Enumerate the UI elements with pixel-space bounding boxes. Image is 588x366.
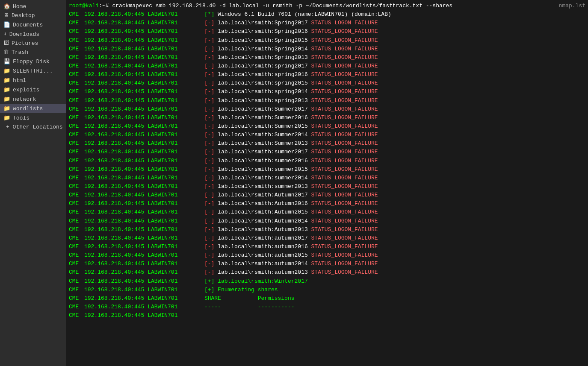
credential: lab.local\rsmith:Spring2014 bbox=[218, 45, 308, 53]
spacer bbox=[177, 217, 204, 225]
spacer bbox=[144, 286, 148, 294]
sidebar-item-home[interactable]: 🏠Home bbox=[0, 2, 66, 11]
status-indicator: [+] bbox=[204, 286, 218, 294]
ip-address: 192.168.218.40:445 bbox=[84, 225, 144, 234]
terminal-line: CME 192.168.218.40:445 LABWIN701 [-] lab… bbox=[69, 131, 585, 139]
spacer bbox=[177, 27, 204, 36]
spacer bbox=[144, 62, 148, 70]
spacer bbox=[144, 199, 148, 208]
sidebar-item-tools[interactable]: 📁Tools bbox=[0, 113, 66, 123]
ip-address: 192.168.218.40:445 bbox=[84, 148, 144, 156]
sidebar-item-trash[interactable]: 🗑Trash bbox=[0, 48, 66, 57]
sidebar-item-html[interactable]: 📁html bbox=[0, 76, 66, 85]
status-indicator: [-] bbox=[204, 234, 218, 243]
status-indicator: [-] bbox=[204, 105, 218, 114]
terminal-line: CME 192.168.218.40:445 LABWIN701 [-] lab… bbox=[69, 225, 585, 234]
terminal-line: CME 192.168.218.40:445 LABWIN701 [-] lab… bbox=[69, 174, 585, 182]
file-manager-sidebar: 🏠Home🖥Desktop📄Documents⬇Downloads🖼Pictur… bbox=[0, 0, 66, 366]
sidebar-item-silenttri---[interactable]: 📁SILENTTRI... bbox=[0, 66, 66, 76]
spacer bbox=[144, 217, 148, 225]
spacer bbox=[144, 165, 148, 174]
spacer bbox=[177, 70, 204, 79]
spacer bbox=[144, 311, 148, 320]
hostname: LABWIN701 bbox=[148, 97, 177, 105]
spacer bbox=[177, 277, 204, 286]
dashes: ----- ----------- bbox=[204, 303, 295, 311]
cme-label: CME bbox=[69, 303, 84, 311]
status-indicator: [-] bbox=[204, 122, 218, 131]
status-fail: STATUS_LOGON_FAILURE bbox=[308, 260, 378, 268]
status-indicator: [-] bbox=[204, 243, 218, 251]
terminal-line: CME 192.168.218.40:445 LABWIN701 [-] lab… bbox=[69, 217, 585, 225]
spacer bbox=[177, 131, 204, 139]
cme-label: CME bbox=[69, 62, 84, 70]
status-indicator: [-] bbox=[204, 131, 218, 139]
hostname: LABWIN701 bbox=[148, 182, 177, 191]
ip-address: 192.168.218.40:445 bbox=[84, 303, 144, 311]
sidebar-item-desktop[interactable]: 🖥Desktop bbox=[0, 11, 66, 20]
terminal-line: CME 192.168.218.40:445 LABWIN701 [-] lab… bbox=[69, 148, 585, 156]
hostname: LABWIN701 bbox=[148, 311, 177, 320]
status-fail: STATUS_LOGON_FAILURE bbox=[308, 165, 378, 174]
status-fail: STATUS_LOGON_FAILURE bbox=[308, 36, 378, 45]
success-message: lab.local\rsmith:Winter2017 bbox=[218, 277, 308, 286]
credential: lab.local\rsmith:autumn2015 bbox=[218, 251, 308, 260]
spacer bbox=[144, 174, 148, 182]
hostname: LABWIN701 bbox=[148, 148, 177, 156]
prompt: root@kali bbox=[69, 2, 99, 10]
spacer bbox=[177, 311, 204, 320]
sidebar-item-exploits[interactable]: 📁exploits bbox=[0, 85, 66, 94]
sidebar-item-floppy-disk[interactable]: 💾Floppy Disk bbox=[0, 57, 66, 66]
sidebar-item---other-locations[interactable]: + Other Locations bbox=[0, 123, 66, 132]
status-indicator: [*] bbox=[204, 10, 218, 19]
sidebar-item-documents[interactable]: 📄Documents bbox=[0, 20, 66, 29]
sidebar-item-wordlists[interactable]: 📁wordlists bbox=[0, 104, 66, 113]
credential: lab.local\rsmith:Spring2015 bbox=[218, 36, 308, 45]
spacer bbox=[177, 174, 204, 182]
spacer bbox=[177, 260, 204, 268]
hostname: LABWIN701 bbox=[148, 10, 177, 19]
hostname: LABWIN701 bbox=[148, 122, 177, 131]
terminal-output[interactable]: root@kali:~# crackmapexec smb 192.168.21… bbox=[66, 0, 588, 366]
spacer bbox=[144, 182, 148, 191]
spacer bbox=[177, 157, 204, 165]
terminal-line: CME 192.168.218.40:445 LABWIN701 bbox=[69, 311, 585, 320]
hostname: LABWIN701 bbox=[148, 277, 177, 286]
hostname: LABWIN701 bbox=[148, 53, 177, 62]
status-fail: STATUS_LOGON_FAILURE bbox=[308, 157, 378, 165]
folder-icon: 📁 bbox=[3, 86, 10, 93]
credential: lab.local\rsmith:Autumn2017 bbox=[218, 191, 308, 199]
hostname: LABWIN701 bbox=[148, 45, 177, 53]
cme-label: CME bbox=[69, 122, 84, 131]
credential: lab.local\rsmith:summer2013 bbox=[218, 182, 308, 191]
terminal-line: CME 192.168.218.40:445 LABWIN701 [-] lab… bbox=[69, 79, 585, 88]
credential: lab.local\rsmith:Summer2014 bbox=[218, 131, 308, 139]
status-fail: STATUS_LOGON_FAILURE bbox=[308, 70, 378, 79]
credential: lab.local\rsmith:Summer2017 bbox=[218, 105, 308, 114]
ip-address: 192.168.218.40:445 bbox=[84, 131, 144, 139]
sidebar-item-label: SILENTTRI... bbox=[13, 68, 53, 74]
ip-address: 192.168.218.40:445 bbox=[84, 105, 144, 114]
status-fail: STATUS_LOGON_FAILURE bbox=[308, 243, 378, 251]
sidebar-item-downloads[interactable]: ⬇Downloads bbox=[0, 29, 66, 39]
cme-label: CME bbox=[69, 286, 84, 294]
status-indicator: [-] bbox=[204, 62, 218, 70]
credential: lab.local\rsmith:summer2017 bbox=[218, 148, 308, 156]
folder-icon: 📁 bbox=[3, 67, 10, 74]
sidebar-item-network[interactable]: 📁network bbox=[0, 94, 66, 104]
spacer bbox=[144, 79, 148, 88]
terminal-line: CME 192.168.218.40:445 LABWIN701 [-] lab… bbox=[69, 182, 585, 191]
hostname: LABWIN701 bbox=[148, 217, 177, 225]
credential: lab.local\rsmith:spring2014 bbox=[218, 88, 308, 96]
spacer bbox=[177, 268, 204, 277]
status-indicator: [-] bbox=[204, 79, 218, 88]
spacer bbox=[177, 191, 204, 199]
status-indicator: [-] bbox=[204, 225, 218, 234]
credential: lab.local\rsmith:summer2016 bbox=[218, 157, 308, 165]
status-fail: STATUS_LOGON_FAILURE bbox=[308, 62, 378, 70]
sidebar-item-pictures[interactable]: 🖼Pictures bbox=[0, 39, 66, 48]
credential: lab.local\rsmith:Summer2016 bbox=[218, 114, 308, 122]
status-indicator: [-] bbox=[204, 165, 218, 174]
spacer bbox=[144, 208, 148, 217]
spacer bbox=[177, 234, 204, 243]
